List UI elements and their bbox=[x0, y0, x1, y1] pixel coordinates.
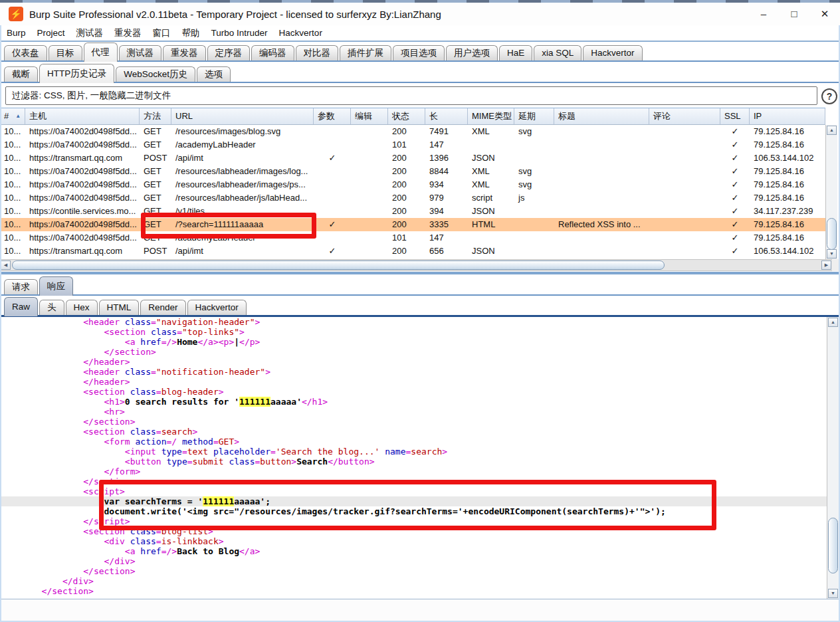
main-tab-2[interactable]: 代理 bbox=[84, 43, 118, 62]
cell bbox=[314, 125, 351, 138]
menu-item-6[interactable]: Turbo Intruder bbox=[211, 28, 268, 38]
editor-tab-1[interactable]: 响应 bbox=[39, 276, 73, 296]
col-header-8[interactable]: MIME类型 bbox=[468, 108, 514, 124]
cell: svg bbox=[514, 125, 554, 138]
menu-item-7[interactable]: Hackvertor bbox=[279, 28, 322, 38]
table-row-3[interactable]: 10...https://transmart.qq.comPOST/api/im… bbox=[0, 152, 825, 165]
response-viewer[interactable]: <header class="navigation-header"> <sect… bbox=[0, 317, 827, 599]
menu-item-3[interactable]: 重发器 bbox=[114, 27, 142, 39]
col-header-12[interactable]: SSL bbox=[720, 108, 750, 124]
menu-item-1[interactable]: Project bbox=[37, 28, 65, 38]
pane-splitter[interactable] bbox=[0, 272, 840, 274]
cell: JSON bbox=[468, 245, 514, 258]
scroll-left-icon[interactable]: ◀ bbox=[1, 260, 11, 270]
main-tab-7[interactable]: 对比器 bbox=[296, 45, 339, 60]
cell bbox=[351, 165, 388, 178]
main-tab-12[interactable]: xia SQL bbox=[534, 45, 581, 60]
filter-help-icon[interactable]: ? bbox=[821, 88, 837, 104]
maximize-icon[interactable]: □ bbox=[779, 3, 809, 25]
cell: 79.125.84.16 bbox=[750, 165, 825, 178]
format-tab-2[interactable]: Hex bbox=[66, 300, 98, 315]
col-header-0[interactable]: #▲ bbox=[0, 108, 25, 124]
table-row-5[interactable]: 10...https://0a74002d0498f5dd...GET/reso… bbox=[0, 178, 825, 191]
cell: 101 bbox=[388, 231, 425, 245]
col-header-2[interactable]: 方法 bbox=[140, 108, 171, 124]
format-tab-5[interactable]: Hackvertor bbox=[187, 300, 247, 315]
history-table-header: #▲主机方法URL参数编辑状态长MIME类型延期标题评论SSLIP bbox=[0, 108, 825, 125]
code-line-5: </header> bbox=[0, 357, 827, 367]
scroll-up-icon[interactable]: ▲ bbox=[828, 318, 838, 327]
format-tab-4[interactable]: Render bbox=[140, 300, 185, 315]
col-header-1[interactable]: 主机 bbox=[25, 108, 140, 124]
scroll-right-icon[interactable]: ▶ bbox=[821, 260, 831, 270]
history-h-scrollbar[interactable]: ◀ ▶ bbox=[0, 259, 832, 271]
menu-item-0[interactable]: Burp bbox=[7, 28, 26, 38]
main-tab-1[interactable]: 目标 bbox=[49, 45, 82, 60]
table-row-4[interactable]: 10...https://0a74002d0498f5dd...GET/reso… bbox=[0, 165, 825, 178]
menu-item-5[interactable]: 帮助 bbox=[182, 27, 200, 39]
cell: ✓ bbox=[720, 205, 750, 218]
cell: 79.125.84.16 bbox=[750, 178, 825, 191]
col-header-13[interactable]: IP bbox=[750, 108, 825, 124]
main-tab-10[interactable]: 用户选项 bbox=[446, 45, 498, 60]
main-tab-4[interactable]: 重发器 bbox=[163, 45, 206, 60]
proxy-tab-1[interactable]: HTTP历史记录 bbox=[39, 64, 114, 83]
history-scrollbar[interactable]: ▲ ▼ bbox=[825, 125, 837, 259]
proxy-tab-3[interactable]: 选项 bbox=[197, 66, 231, 82]
minimize-icon[interactable]: – bbox=[748, 3, 779, 25]
table-row-7[interactable]: 10...https://contile.services.mo...GET/v… bbox=[0, 205, 825, 218]
col-header-6[interactable]: 状态 bbox=[388, 108, 425, 124]
annotation-rect-request bbox=[141, 213, 316, 239]
cell: 10... bbox=[0, 125, 25, 138]
main-tab-9[interactable]: 项目选项 bbox=[393, 45, 445, 60]
cell: ✓ bbox=[314, 245, 351, 258]
format-tab-3[interactable]: HTML bbox=[99, 300, 140, 315]
scroll-down-icon[interactable]: ▼ bbox=[828, 589, 838, 598]
main-tab-11[interactable]: HaE bbox=[499, 45, 532, 60]
scrollbar-thumb[interactable] bbox=[12, 260, 665, 270]
table-row-1[interactable]: 10...https://0a74002d0498f5dd...GET/reso… bbox=[0, 125, 825, 138]
filter-bar[interactable]: 过滤器: CSS, 图片, 一般隐藏二进制文件 bbox=[5, 86, 817, 105]
main-tab-6[interactable]: 编码器 bbox=[251, 45, 294, 60]
format-tab-0[interactable]: Raw bbox=[4, 297, 38, 316]
menu-item-2[interactable]: 测试器 bbox=[76, 27, 104, 39]
col-header-10[interactable]: 标题 bbox=[554, 108, 649, 124]
col-header-11[interactable]: 评论 bbox=[649, 108, 720, 124]
cell: 200 bbox=[388, 245, 425, 258]
cell: 79.125.84.16 bbox=[750, 191, 825, 205]
main-tab-5[interactable]: 定序器 bbox=[207, 45, 251, 60]
table-row-8[interactable]: 10...https://0a74002d0498f5dd...GET/?sea… bbox=[0, 218, 825, 231]
editor-tab-0[interactable]: 请求 bbox=[4, 279, 38, 294]
code-line-24: <a href=/>Back to Blog</a> bbox=[0, 546, 827, 556]
close-icon[interactable]: ✕ bbox=[809, 3, 840, 25]
main-tab-13[interactable]: Hackvertor bbox=[583, 45, 642, 60]
table-row-9[interactable]: 10...https://0a74002d0498f5dd...GET/acad… bbox=[0, 231, 825, 245]
table-row-2[interactable]: 10...https://0a74002d0498f5dd...GET/acad… bbox=[0, 138, 825, 152]
table-row-6[interactable]: 10...https://0a74002d0498f5dd...GET/reso… bbox=[0, 191, 825, 205]
cell: 979 bbox=[425, 191, 468, 205]
scroll-up-icon[interactable]: ▲ bbox=[827, 126, 837, 135]
scrollbar-thumb[interactable] bbox=[828, 518, 838, 573]
response-scrollbar[interactable]: ▲ ▼ bbox=[827, 317, 839, 599]
format-tab-1[interactable]: 头 bbox=[39, 300, 64, 315]
scrollbar-thumb[interactable] bbox=[827, 218, 837, 250]
cell bbox=[554, 152, 649, 165]
col-header-4[interactable]: 参数 bbox=[314, 108, 351, 124]
cell bbox=[554, 125, 649, 138]
col-header-5[interactable]: 编辑 bbox=[351, 108, 388, 124]
main-tab-0[interactable]: 仪表盘 bbox=[4, 45, 47, 60]
proxy-tab-0[interactable]: 截断 bbox=[4, 66, 38, 82]
sort-asc-icon: ▲ bbox=[15, 113, 21, 119]
cell bbox=[351, 205, 388, 218]
cell bbox=[554, 205, 649, 218]
table-row-10[interactable]: 10...https://transmart.qq.comPOST/api/im… bbox=[0, 245, 825, 258]
main-tab-8[interactable]: 插件扩展 bbox=[340, 45, 391, 60]
window-edge bbox=[0, 25, 1, 622]
main-tab-3[interactable]: 测试器 bbox=[119, 45, 162, 60]
proxy-tab-2[interactable]: WebSocket历史 bbox=[116, 66, 195, 82]
col-header-3[interactable]: URL bbox=[171, 108, 314, 124]
scroll-down-icon[interactable]: ▼ bbox=[827, 249, 837, 259]
menu-item-4[interactable]: 窗口 bbox=[153, 27, 171, 39]
col-header-9[interactable]: 延期 bbox=[514, 108, 554, 124]
col-header-7[interactable]: 长 bbox=[425, 108, 468, 124]
